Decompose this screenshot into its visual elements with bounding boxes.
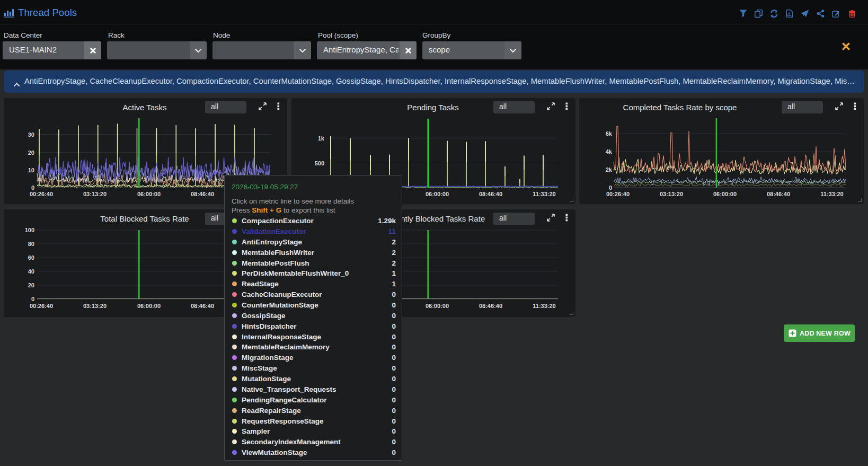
- svg-text:500: 500: [315, 160, 324, 166]
- svg-text:08:46:40: 08:46:40: [191, 191, 214, 197]
- svg-text:1k: 1k: [318, 135, 325, 142]
- svg-text:03:13:20: 03:13:20: [660, 191, 683, 197]
- svg-text:00:26:40: 00:26:40: [30, 303, 53, 309]
- svg-text:0: 0: [31, 184, 34, 191]
- svg-text:03:13:20: 03:13:20: [83, 303, 107, 309]
- svg-text:0: 0: [609, 184, 612, 191]
- svg-text:60: 60: [28, 254, 34, 261]
- svg-text:06:00:00: 06:00:00: [426, 191, 449, 197]
- svg-text:11:33:20: 11:33:20: [820, 191, 843, 197]
- svg-text:0: 0: [31, 296, 34, 302]
- svg-text:06:00:00: 06:00:00: [137, 303, 161, 309]
- svg-text:03:13:20: 03:13:20: [83, 191, 107, 197]
- svg-text:06:00:00: 06:00:00: [137, 191, 161, 197]
- svg-text:08:46:40: 08:46:40: [767, 191, 790, 197]
- svg-text:00:26:40: 00:26:40: [30, 191, 53, 197]
- svg-text:6k: 6k: [606, 130, 613, 137]
- svg-text:10: 10: [28, 167, 34, 173]
- svg-text:08:46:40: 08:46:40: [191, 303, 214, 309]
- svg-text:100: 100: [25, 227, 34, 233]
- svg-text:4k: 4k: [606, 148, 613, 155]
- svg-text:06:00:00: 06:00:00: [713, 191, 737, 197]
- svg-text:08:46:40: 08:46:40: [479, 191, 502, 197]
- svg-text:11:33:20: 11:33:20: [533, 303, 555, 309]
- svg-text:2k: 2k: [606, 166, 613, 173]
- svg-text:30: 30: [28, 131, 34, 138]
- svg-text:40: 40: [28, 268, 34, 275]
- svg-text:00:26:40: 00:26:40: [606, 191, 630, 197]
- svg-text:08:46:40: 08:46:40: [479, 303, 502, 309]
- svg-text:20: 20: [28, 150, 34, 156]
- svg-text:11:33:20: 11:33:20: [533, 191, 555, 197]
- svg-text:80: 80: [28, 241, 34, 247]
- svg-text:20: 20: [28, 282, 34, 288]
- svg-text:06:00:00: 06:00:00: [426, 303, 449, 309]
